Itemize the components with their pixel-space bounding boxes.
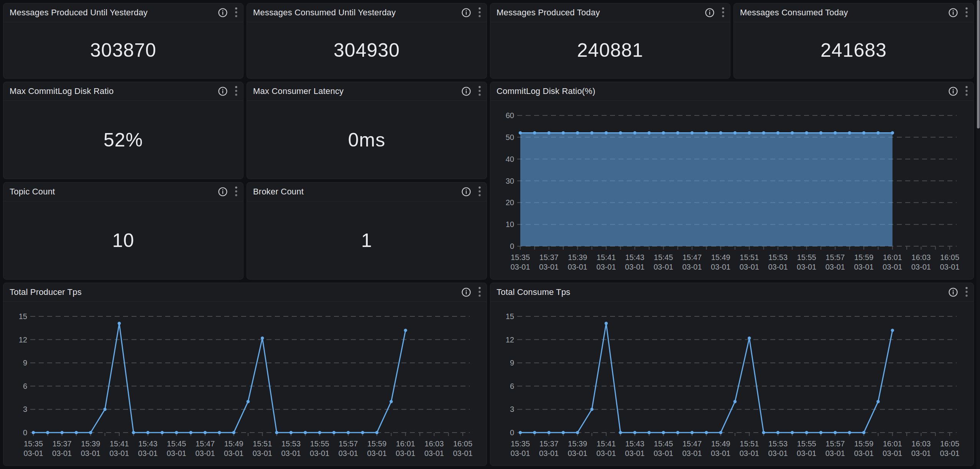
panel-header: Total Producer Tps [3,283,487,302]
svg-text:15:43: 15:43 [625,439,645,448]
panel-total-consume-tps-chart: Total Consume Tps 0369121515:3503-0115:3… [490,283,974,466]
svg-text:03-01: 03-01 [167,449,186,457]
info-icon[interactable] [948,287,958,297]
svg-text:6: 6 [510,382,514,390]
svg-text:16:01: 16:01 [883,253,902,262]
panel-total-producer-tps-chart: Total Producer Tps 0369121515:3503-0115:… [3,283,487,466]
svg-text:15:51: 15:51 [740,439,759,448]
svg-text:03-01: 03-01 [625,449,645,457]
info-icon[interactable] [218,187,228,197]
svg-text:15:45: 15:45 [167,439,186,448]
svg-text:15:35: 15:35 [24,439,43,448]
info-icon[interactable] [948,8,958,18]
panel-title: Topic Count [10,187,55,197]
svg-text:03-01: 03-01 [740,263,759,271]
kebab-menu-icon[interactable] [478,286,481,298]
svg-text:03-01: 03-01 [81,449,100,457]
svg-text:15:57: 15:57 [825,253,845,262]
panel-header-icons [948,86,968,97]
scrollbar-thumb[interactable] [977,0,980,128]
svg-text:15:45: 15:45 [654,253,673,262]
svg-text:15:43: 15:43 [625,253,645,262]
commitlog-disk-ratio-chart[interactable]: 010203040506015:3503-0115:3703-0115:3903… [490,101,973,279]
svg-text:03-01: 03-01 [138,449,158,457]
kebab-menu-icon[interactable] [478,186,481,197]
svg-text:3: 3 [510,405,514,413]
info-icon[interactable] [461,187,471,197]
svg-text:03-01: 03-01 [768,263,788,271]
kebab-menu-icon[interactable] [965,86,968,97]
info-icon[interactable] [461,8,471,18]
panel-title: Messages Consumed Today [740,8,848,18]
panel-messages-produced-until-yesterday: Messages Produced Until Yesterday 303870 [3,3,243,79]
svg-text:16:05: 16:05 [940,439,959,448]
info-icon[interactable] [461,287,471,297]
svg-text:16:05: 16:05 [940,253,959,262]
svg-text:03-01: 03-01 [711,263,730,271]
info-icon[interactable] [705,8,715,18]
svg-text:40: 40 [506,155,514,163]
panel-header-icons [948,7,968,18]
svg-text:6: 6 [23,382,27,390]
info-icon[interactable] [218,8,228,18]
kebab-menu-icon[interactable] [478,7,481,18]
panel-header-icons [705,7,725,18]
svg-text:03-01: 03-01 [682,263,702,271]
kebab-menu-icon[interactable] [722,7,725,18]
svg-text:15:55: 15:55 [310,439,329,448]
svg-text:03-01: 03-01 [109,449,129,457]
info-icon[interactable] [948,86,958,96]
stat-panel-body: 304930 [247,22,487,78]
panel-header-icons [461,86,481,97]
panel-title: CommitLog Disk Ratio(%) [497,86,595,96]
info-icon[interactable] [461,86,471,96]
panel-max-commitlog-disk-ratio: Max CommitLog Disk Ratio 52% [3,82,243,179]
svg-text:03-01: 03-01 [940,263,959,271]
svg-text:03-01: 03-01 [568,449,587,457]
svg-text:16:03: 16:03 [911,253,931,262]
svg-text:30: 30 [506,177,514,185]
panel-title: Max Consumer Latency [253,86,344,96]
svg-text:3: 3 [23,405,27,413]
panel-header: Messages Consumed Until Yesterday [247,3,487,22]
svg-text:03-01: 03-01 [682,449,702,457]
total-consume-tps-chart[interactable]: 0369121515:3503-0115:3703-0115:3903-0115… [490,302,973,466]
svg-text:16:05: 16:05 [453,439,472,448]
stat-panel-body: 240881 [490,22,730,78]
panel-header-icons [218,7,238,18]
stat-value: 10 [112,229,135,252]
svg-text:03-01: 03-01 [797,263,816,271]
svg-text:15:59: 15:59 [854,253,873,262]
panel-header-icons [461,7,481,18]
svg-text:03-01: 03-01 [654,263,673,271]
svg-text:15:53: 15:53 [281,439,301,448]
kebab-menu-icon[interactable] [235,7,238,18]
panel-title: Messages Produced Until Yesterday [10,8,148,18]
svg-text:16:03: 16:03 [911,439,931,448]
svg-text:15: 15 [506,312,514,321]
svg-text:03-01: 03-01 [52,449,72,457]
panel-header-icons [218,186,238,197]
kebab-menu-icon[interactable] [965,286,968,298]
svg-text:15:57: 15:57 [339,439,358,448]
svg-text:15:59: 15:59 [367,439,386,448]
svg-text:03-01: 03-01 [940,449,959,457]
svg-text:15:47: 15:47 [682,253,702,262]
panel-header: CommitLog Disk Ratio(%) [490,82,973,101]
svg-text:15:53: 15:53 [768,439,788,448]
svg-text:03-01: 03-01 [711,449,730,457]
kebab-menu-icon[interactable] [478,86,481,97]
scrollbar-track[interactable] [977,0,980,469]
svg-text:15:53: 15:53 [768,253,788,262]
panel-title: Max CommitLog Disk Ratio [10,86,113,96]
kebab-menu-icon[interactable] [965,7,968,18]
kebab-menu-icon[interactable] [235,86,238,97]
svg-text:03-01: 03-01 [625,263,645,271]
info-icon[interactable] [218,86,228,96]
svg-text:15:47: 15:47 [196,439,215,448]
kebab-menu-icon[interactable] [235,186,238,197]
svg-text:50: 50 [506,133,514,142]
svg-text:15:55: 15:55 [797,253,816,262]
svg-text:16:01: 16:01 [396,439,415,448]
total-producer-tps-chart[interactable]: 0369121515:3503-0115:3703-0115:3903-0115… [3,302,487,466]
